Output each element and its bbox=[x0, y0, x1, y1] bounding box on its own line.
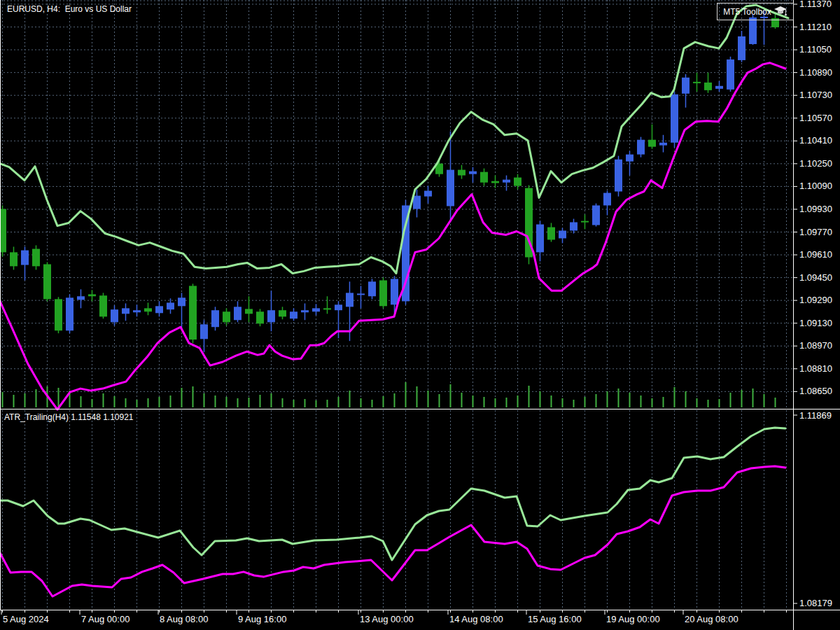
candle-bull bbox=[155, 306, 163, 313]
price-tick-label: 1.10090 bbox=[799, 181, 832, 191]
price-tick-label: 1.11210 bbox=[799, 22, 832, 32]
candle-bull bbox=[626, 155, 634, 162]
price-tick-label: 1.09930 bbox=[799, 204, 832, 214]
candle-bull bbox=[603, 193, 611, 206]
candle-bull bbox=[659, 143, 667, 146]
time-tick-label: 19 Aug 00:00 bbox=[606, 614, 660, 624]
candle-bull bbox=[749, 18, 757, 44]
candle-bear bbox=[379, 280, 387, 306]
price-tick-label: 1.08970 bbox=[799, 340, 832, 351]
candle-bear bbox=[581, 221, 589, 223]
mt5-toolbox-badge[interactable]: MT5 Toolbox bbox=[717, 3, 794, 20]
indicator-label: ATR_Trailing(H4) 1.11548 1.10921 bbox=[4, 412, 134, 422]
candle-bear bbox=[693, 82, 701, 83]
graduation-cap-icon bbox=[774, 6, 788, 18]
candle-bull bbox=[469, 172, 477, 174]
time-tick-label: 8 Aug 08:00 bbox=[160, 614, 208, 624]
sub-price-tick-label: 1.08179 bbox=[799, 598, 832, 608]
candle-bull bbox=[122, 308, 130, 314]
candle-bear bbox=[99, 295, 107, 316]
sub-price-tick-label: 1.11869 bbox=[799, 410, 832, 421]
candle-bull bbox=[570, 222, 578, 230]
candle-bear bbox=[514, 178, 522, 186]
time-tick-label: 13 Aug 00:00 bbox=[360, 614, 414, 624]
price-tick-label: 1.11370 bbox=[799, 0, 832, 9]
candle-bull bbox=[559, 230, 566, 238]
candle-bear bbox=[189, 286, 197, 340]
candle-bull bbox=[424, 191, 432, 197]
candle-bull bbox=[682, 78, 690, 94]
mt5-chart-window: 1.113701.112101.110501.108901.107301.105… bbox=[0, 0, 840, 630]
candle-bull bbox=[671, 94, 678, 143]
candle-bull bbox=[77, 296, 85, 300]
candle-bull bbox=[413, 196, 421, 209]
candle-bull bbox=[368, 281, 376, 296]
chart-canvas[interactable]: 1.113701.112101.110501.108901.107301.105… bbox=[0, 0, 840, 630]
price-tick-label: 1.09130 bbox=[799, 318, 832, 328]
candle-bull bbox=[178, 298, 186, 306]
price-tick-label: 1.08650 bbox=[799, 386, 832, 396]
candle-bull bbox=[715, 86, 723, 89]
candle-bull bbox=[592, 205, 600, 225]
sub-atr-upper-line bbox=[0, 428, 785, 560]
price-tick-label: 1.10250 bbox=[799, 158, 832, 169]
candle-bear bbox=[480, 172, 488, 183]
price-tick-label: 1.09610 bbox=[799, 249, 832, 260]
candle-bear bbox=[279, 310, 286, 316]
candle-bear bbox=[55, 299, 62, 330]
candle-bear bbox=[256, 312, 264, 323]
candle-bear bbox=[704, 83, 712, 90]
candle-bull bbox=[200, 324, 208, 339]
toolbox-label: MT5 Toolbox bbox=[723, 7, 771, 17]
candle-bear bbox=[10, 252, 18, 266]
price-tick-label: 1.09290 bbox=[799, 295, 832, 305]
candle-bull bbox=[301, 310, 309, 312]
candle-bear bbox=[88, 294, 96, 296]
candle-bull bbox=[167, 302, 174, 309]
candle-bear bbox=[32, 249, 40, 267]
candle-bull bbox=[346, 293, 354, 307]
time-tick-label: 5 Aug 2024 bbox=[3, 614, 49, 624]
candle-bull bbox=[133, 310, 141, 312]
candle-bear bbox=[323, 308, 331, 309]
candle-bear bbox=[223, 312, 230, 322]
atr-lower-line bbox=[0, 63, 785, 410]
candle-bear bbox=[458, 170, 465, 176]
time-tick-label: 20 Aug 08:00 bbox=[685, 614, 738, 624]
candle-bull bbox=[447, 170, 454, 206]
candle-bull bbox=[267, 310, 275, 322]
candle-bull bbox=[111, 309, 118, 322]
candle-bear bbox=[43, 264, 51, 299]
time-tick-label: 14 Aug 08:00 bbox=[449, 614, 503, 624]
price-tick-label: 1.10890 bbox=[799, 67, 832, 78]
candle-bear bbox=[648, 140, 656, 147]
time-tick-label: 9 Aug 16:00 bbox=[238, 614, 286, 624]
candle-bull bbox=[21, 251, 29, 265]
price-tick-label: 1.10410 bbox=[799, 135, 832, 146]
candle-bull bbox=[738, 36, 746, 60]
time-tick-label: 15 Aug 16:00 bbox=[528, 614, 582, 624]
candle-bear bbox=[144, 308, 152, 312]
sub-atr-lower-line bbox=[0, 466, 785, 596]
candle-bear bbox=[547, 227, 555, 240]
time-tick-label: 7 Aug 00:00 bbox=[81, 614, 130, 624]
atr-upper-line bbox=[0, 5, 788, 274]
candle-bear bbox=[0, 209, 6, 253]
symbol-title: EURUSD, H4: Euro vs US Dollar bbox=[7, 4, 132, 14]
candle-bull bbox=[503, 180, 510, 183]
candle-bull bbox=[335, 304, 342, 310]
price-tick-label: 1.10730 bbox=[799, 90, 832, 100]
price-tick-label: 1.08810 bbox=[799, 363, 832, 374]
candle-bull bbox=[391, 279, 398, 304]
candle-bull bbox=[357, 293, 365, 295]
price-tick-label: 1.09770 bbox=[799, 227, 832, 237]
price-tick-label: 1.10570 bbox=[799, 113, 832, 123]
price-tick-label: 1.09450 bbox=[799, 272, 832, 283]
candle-bull bbox=[615, 160, 622, 192]
candle-bull bbox=[290, 312, 298, 318]
candle-bull bbox=[727, 59, 734, 90]
candle-bull bbox=[211, 310, 219, 327]
candle-bull bbox=[637, 140, 645, 155]
candle-bull bbox=[234, 307, 241, 320]
candle-bear bbox=[491, 181, 499, 183]
